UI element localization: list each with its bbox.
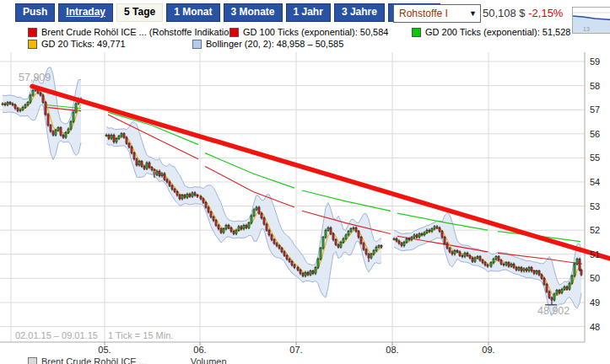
candle-body [215, 221, 217, 226]
candle-body [27, 103, 29, 105]
candle-body [179, 195, 181, 199]
candle-body [332, 233, 334, 239]
chart-annotation: 57,909 [19, 72, 51, 83]
x-axis-label: 06. [193, 345, 206, 355]
candle-body [171, 185, 173, 189]
period-button-3-monate[interactable]: 3 Monate [224, 3, 283, 22]
candle-body [531, 268, 532, 271]
candle-body [291, 261, 293, 265]
candle-body [564, 286, 565, 289]
candle-body [456, 250, 458, 251]
candle-body [327, 228, 329, 230]
y-axis-label: 49 [590, 297, 600, 308]
candle-body [70, 121, 72, 129]
candle-body [240, 227, 242, 229]
candle-body [487, 265, 489, 266]
candle-body [194, 193, 196, 195]
candle-body [363, 244, 364, 249]
y-axis-label: 48 [590, 322, 600, 332]
candle-body [353, 228, 354, 228]
candle-body [421, 233, 423, 234]
candle-body [258, 207, 260, 213]
candle-body [553, 294, 555, 300]
period-toolbar: PushIntraday5 Tage1 Monat3 Monate1 Jahr3… [15, 3, 440, 22]
period-button-3-jahre[interactable]: 3 Jahre [334, 3, 385, 22]
candle-body [164, 174, 165, 179]
legend-item: GD 100 Ticks (exponential): 50,584 [229, 27, 388, 37]
price-chart[interactable]: 57,90948,902-T59585756555453525150494805… [0, 0, 610, 364]
candle-body [220, 229, 222, 233]
x-axis-label: 05. [98, 345, 111, 355]
candle-body [7, 103, 8, 105]
candle-body [523, 269, 525, 271]
candle-body [128, 143, 130, 147]
x-axis-label: 09. [482, 345, 494, 355]
candle-body [22, 107, 24, 110]
thumbnail-tick-label: 13 [583, 26, 590, 32]
candle-body [449, 249, 451, 252]
candle-body [176, 191, 178, 195]
candle-body [322, 238, 324, 249]
candle-body [181, 195, 183, 199]
candle-body [276, 244, 278, 246]
candle-body [426, 230, 428, 233]
candle-body [243, 225, 245, 228]
period-button-1-jahr[interactable]: 1 Jahr [286, 3, 331, 22]
candle-body [431, 229, 433, 232]
candle-body [286, 255, 288, 259]
period-button-push[interactable]: Push [15, 3, 55, 22]
candle-body [248, 223, 250, 228]
legend-item: GD 200 Ticks (exponential): 51,528 [412, 27, 570, 37]
candle-body [148, 163, 150, 168]
candle-body [202, 199, 204, 202]
candle-body [19, 110, 21, 110]
candle-body [268, 230, 270, 235]
candle-body [396, 238, 397, 241]
candle-body [307, 272, 309, 275]
x-axis-label: 07. [289, 345, 302, 355]
mini-chart-thumbnail[interactable]: 13 [572, 7, 610, 34]
candle-body [513, 264, 515, 267]
y-axis-label: 50 [590, 273, 600, 283]
candle-body [223, 229, 224, 233]
candle-body [360, 238, 362, 244]
candle-body [467, 253, 468, 255]
candle-body [381, 246, 382, 247]
candle-body [205, 202, 207, 207]
candle-body [561, 289, 563, 292]
candle-body [541, 275, 543, 278]
period-button-1-monat[interactable]: 1 Monat [166, 3, 219, 22]
candle-body [464, 253, 466, 256]
candle-body [116, 139, 117, 142]
candle-body [479, 257, 481, 260]
period-button-5-tage[interactable]: 5 Tage [116, 3, 163, 22]
candle-body [441, 232, 443, 238]
candle-body [121, 134, 122, 136]
period-button-intraday[interactable]: Intraday [58, 3, 113, 22]
candle-body [266, 224, 267, 230]
candle-body [146, 163, 148, 169]
candle-body [73, 112, 74, 121]
candle-body [159, 171, 160, 176]
candle-body [484, 263, 486, 265]
legend-label: Bollinger (20, 2): 48,958 – 50,585 [206, 39, 343, 49]
candle-body [315, 268, 316, 274]
candle-body [546, 285, 548, 292]
candle-body [40, 93, 41, 95]
candle-body [337, 244, 339, 247]
price-change: -2,15% [528, 7, 563, 19]
y-axis-label: 52 [590, 225, 600, 235]
y-axis-label: 56 [590, 129, 600, 139]
candle-body [32, 90, 34, 95]
category-dropdown-value: Rohstoffe I [399, 8, 448, 19]
candle-body [141, 162, 143, 167]
candle-body [166, 179, 168, 182]
candle-body [57, 128, 59, 131]
candle-body [408, 238, 410, 239]
legend-swatch [229, 28, 239, 37]
candle-body [169, 182, 170, 185]
category-dropdown[interactable]: Rohstoffe I ▼ [393, 4, 481, 23]
candle-body [375, 247, 377, 250]
candle-body [474, 258, 476, 261]
candle-body [246, 225, 247, 228]
